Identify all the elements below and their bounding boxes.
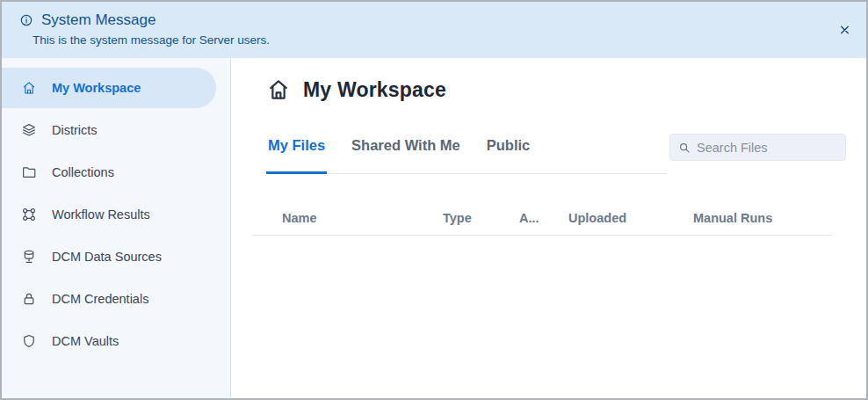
sidebar-item-label: DCM Vaults [52, 334, 119, 348]
column-header-manual-runs[interactable]: Manual Runs [693, 211, 832, 225]
table-header: NameTypeA...UploadedManual Runs [252, 200, 832, 236]
close-icon[interactable] [835, 21, 854, 40]
column-header-uploaded[interactable]: Uploaded [568, 211, 693, 225]
column-header-a[interactable]: A... [519, 211, 568, 225]
page-title: My Workspace [303, 78, 446, 102]
tab-bar: My FilesShared With MePublic [266, 137, 667, 174]
tab-my-files[interactable]: My Files [266, 137, 327, 174]
system-message-banner: System Message This is the system messag… [2, 2, 866, 58]
shield-icon [21, 333, 37, 349]
search-input[interactable] [691, 141, 845, 155]
info-icon [19, 13, 33, 27]
sidebar-item-label: Collections [52, 165, 114, 179]
sidebar-item-label: Workflow Results [52, 207, 150, 222]
sidebar-item-label: DCM Data Sources [52, 250, 162, 264]
app-window: System Message This is the system messag… [0, 0, 868, 400]
home-icon [21, 80, 37, 96]
sidebar-item-label: DCM Credentials [52, 292, 148, 306]
main-content: My Workspace My FilesShared With MePubli… [231, 58, 866, 398]
tab-shared-with-me[interactable]: Shared With Me [350, 137, 462, 174]
banner-title: System Message [41, 11, 156, 29]
sidebar-item-label: My Workspace [52, 81, 141, 95]
workflow-icon [21, 207, 37, 222]
folder-icon [21, 164, 37, 180]
page-header: My Workspace [266, 76, 866, 104]
sidebar-item-workflow-results[interactable]: Workflow Results [2, 193, 230, 236]
sidebar-item-dcm-data-sources[interactable]: DCM Data Sources [2, 236, 230, 278]
sidebar-item-dcm-vaults[interactable]: DCM Vaults [2, 320, 230, 362]
table-body [266, 236, 866, 376]
home-icon [266, 77, 291, 102]
layers-icon [21, 122, 37, 138]
sidebar-item-label: Districts [52, 123, 98, 137]
banner-message: This is the system message for Server us… [33, 29, 824, 47]
sidebar-item-districts[interactable]: Districts [2, 109, 230, 151]
banner-title-row: System Message [19, 11, 824, 29]
column-header-type[interactable]: Type [443, 211, 519, 225]
sidebar: My WorkspaceDistrictsCollectionsWorkflow… [2, 58, 231, 398]
sidebar-item-dcm-credentials[interactable]: DCM Credentials [2, 278, 230, 320]
app-body: My WorkspaceDistrictsCollectionsWorkflow… [2, 58, 866, 398]
lock-icon [21, 291, 37, 307]
column-header-name[interactable]: Name [282, 211, 443, 225]
database-icon [21, 249, 37, 265]
search-files-box [669, 134, 846, 161]
search-icon [678, 142, 691, 154]
sidebar-item-my-workspace[interactable]: My Workspace [2, 68, 216, 108]
sidebar-item-collections[interactable]: Collections [2, 151, 230, 193]
tab-public[interactable]: Public [485, 137, 532, 174]
